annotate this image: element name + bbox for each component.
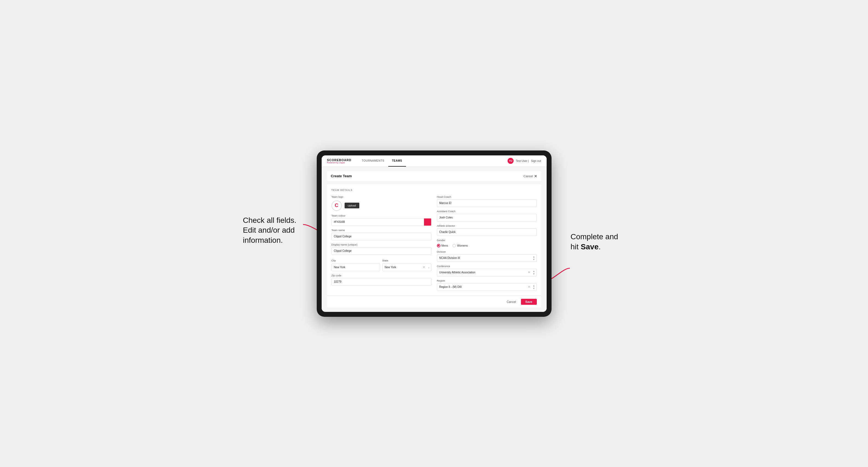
nav-bar: SCOREBOARD Powered by clippd TOURNAMENTS… — [322, 155, 547, 167]
state-input-wrapper: ✕ ⌄ — [382, 263, 431, 271]
assistant-coach-section: Assistant Coach — [437, 210, 537, 221]
zip-section: Zip code — [332, 274, 431, 286]
form-section: TEAM DETAILS Team logo C — [327, 184, 541, 295]
gender-section: Gender Mens Womens — [437, 239, 537, 247]
logo-circle: C — [332, 200, 342, 211]
annotation-right: Complete and hit Save. — [571, 232, 625, 252]
arrow-right-icon — [548, 266, 572, 282]
nav-logo-sub: Powered by clippd — [327, 162, 351, 164]
gender-label: Gender — [437, 239, 537, 242]
main-content: Create Team Cancel ✕ TEAM DETAILS — [322, 167, 547, 312]
region-label: Region — [437, 279, 537, 282]
city-label: City — [332, 259, 336, 262]
athletic-director-input[interactable] — [437, 228, 537, 236]
upload-button[interactable]: Upload — [345, 203, 359, 208]
conference-label: Conference — [437, 264, 537, 268]
head-coach-section: Head Coach — [437, 195, 537, 207]
division-chevrons-icon[interactable]: ▲▼ — [531, 255, 536, 261]
page-wrapper: Check all fields. Edit and/or add inform… — [243, 151, 625, 317]
nav-right: TU Test User | Sign out — [507, 158, 541, 164]
close-icon: ✕ — [534, 174, 537, 178]
left-column: Team logo C Upload — [332, 195, 431, 291]
display-name-section: Display name (unique) — [332, 243, 431, 255]
save-button[interactable]: Save — [521, 299, 537, 305]
conference-select-wrapper: ✕ ▲▼ — [437, 269, 537, 276]
state-group: State ✕ ⌄ — [382, 257, 431, 271]
state-label: State — [382, 259, 388, 262]
division-section: Division ▲▼ — [437, 250, 537, 262]
display-name-input[interactable] — [332, 247, 431, 255]
color-swatch[interactable] — [424, 218, 431, 226]
region-clear-icon[interactable]: ✕ — [527, 285, 531, 289]
zip-label: Zip code — [332, 274, 431, 277]
assistant-coach-input[interactable] — [437, 214, 537, 221]
city-state-row: City State ✕ ⌄ — [332, 257, 431, 271]
gender-mens-option[interactable]: Mens — [437, 244, 448, 247]
cancel-footer-button[interactable]: Cancel — [504, 299, 519, 305]
division-input[interactable] — [437, 255, 531, 261]
section-label: TEAM DETAILS — [332, 189, 537, 191]
team-logo-section: Team logo C Upload — [332, 195, 431, 211]
team-colour-section: Team colour — [332, 214, 431, 226]
conference-input[interactable] — [437, 270, 527, 275]
gender-mens-radio[interactable] — [437, 244, 440, 247]
team-logo-label: Team logo — [332, 195, 431, 198]
conference-section: Conference ✕ ▲▼ — [437, 264, 537, 276]
team-colour-input[interactable] — [332, 218, 431, 226]
region-chevrons-icon[interactable]: ▲▼ — [531, 284, 536, 290]
state-input[interactable] — [382, 264, 422, 270]
state-chevron-icon[interactable]: ⌄ — [426, 266, 431, 269]
nav-logo: SCOREBOARD Powered by clippd — [327, 158, 351, 164]
state-clear-icon[interactable]: ✕ — [422, 266, 426, 269]
team-name-section: Team name — [332, 228, 431, 240]
gender-womens-option[interactable]: Womens — [453, 244, 468, 247]
team-name-input[interactable] — [332, 233, 431, 240]
city-input[interactable] — [332, 263, 380, 271]
region-select-wrapper: ✕ ▲▼ — [437, 283, 537, 291]
cancel-header-button[interactable]: Cancel ✕ — [523, 174, 537, 178]
nav-user-label: Test User | — [516, 159, 529, 162]
tab-teams[interactable]: TEAMS — [388, 155, 406, 167]
gender-row: Mens Womens — [437, 244, 537, 247]
nav-tabs: TOURNAMENTS TEAMS — [358, 155, 507, 167]
region-section: Region ✕ ▲▼ — [437, 279, 537, 291]
city-state-section: City State ✕ ⌄ — [332, 257, 431, 271]
avatar: TU — [507, 158, 514, 164]
team-name-label: Team name — [332, 228, 431, 231]
tab-tournaments[interactable]: TOURNAMENTS — [358, 155, 388, 167]
team-colour-label: Team colour — [332, 214, 431, 217]
conference-clear-icon[interactable]: ✕ — [527, 271, 531, 274]
logo-upload-row: C Upload — [332, 200, 431, 211]
region-input[interactable] — [437, 284, 527, 290]
head-coach-label: Head Coach — [437, 195, 537, 198]
form-footer: Cancel Save — [327, 296, 541, 308]
page-title: Create Team — [331, 174, 352, 178]
assistant-coach-label: Assistant Coach — [437, 210, 537, 213]
gender-womens-radio[interactable] — [453, 244, 456, 247]
form-grid: Team logo C Upload — [332, 195, 537, 291]
color-input-wrapper — [332, 218, 431, 226]
tablet-frame: SCOREBOARD Powered by clippd TOURNAMENTS… — [317, 151, 552, 317]
division-select-wrapper: ▲▼ — [437, 254, 537, 262]
right-column: Head Coach Assistant Coach Athletic Dire… — [437, 195, 537, 291]
signout-link[interactable]: Sign out — [531, 159, 541, 162]
display-name-label: Display name (unique) — [332, 243, 431, 246]
athletic-director-section: Athletic Director — [437, 224, 537, 236]
page-header: Create Team Cancel ✕ — [327, 171, 541, 181]
nav-logo-title: SCOREBOARD — [327, 158, 351, 162]
city-group: City — [332, 257, 380, 271]
annotation-left: Check all fields. Edit and/or add inform… — [243, 216, 303, 245]
tablet-screen: SCOREBOARD Powered by clippd TOURNAMENTS… — [322, 155, 547, 312]
zip-input[interactable] — [332, 278, 431, 286]
conference-chevrons-icon[interactable]: ▲▼ — [531, 270, 536, 275]
athletic-director-label: Athletic Director — [437, 224, 537, 227]
head-coach-input[interactable] — [437, 199, 537, 207]
division-label: Division — [437, 250, 537, 253]
